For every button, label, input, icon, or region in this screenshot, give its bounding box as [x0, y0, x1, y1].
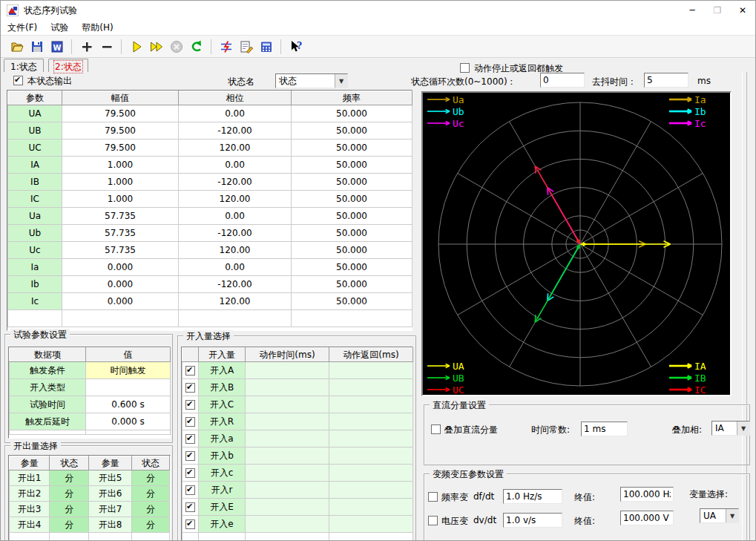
test-param-value-cell[interactable]: 0.000 s: [86, 413, 171, 430]
open-button[interactable]: [7, 37, 26, 56]
save-button[interactable]: [27, 37, 46, 56]
right-splitter[interactable]: [742, 72, 747, 541]
param-value-cell[interactable]: 0.00: [179, 157, 292, 174]
output-state-cell[interactable]: 分: [50, 517, 89, 533]
close-button[interactable]: ✕: [730, 1, 755, 20]
output-state-cell[interactable]: 分: [50, 502, 89, 517]
param-value-cell[interactable]: 0.00: [179, 259, 292, 276]
param-value-cell[interactable]: 50.000: [292, 259, 412, 276]
output-state-cell[interactable]: 分: [131, 470, 169, 486]
context-help-button[interactable]: ?: [286, 37, 305, 56]
param-value-cell[interactable]: 50.000: [292, 140, 412, 157]
dfdt-input[interactable]: [503, 489, 562, 504]
input-enable-checkbox[interactable]: [185, 485, 195, 495]
param-value-cell[interactable]: -120.00: [179, 174, 292, 191]
output-state-cell[interactable]: 分: [131, 502, 169, 517]
chevron-down-icon[interactable]: ▼: [737, 422, 749, 435]
output-state-cell[interactable]: 分: [131, 517, 169, 533]
tab-state-1[interactable]: 1:状态: [4, 59, 44, 72]
state-name-combo[interactable]: 状态 ▼: [275, 73, 348, 88]
input-enable-checkbox[interactable]: [185, 502, 195, 512]
param-value-cell[interactable]: 57.735: [62, 208, 179, 225]
dc-superimpose-checkbox[interactable]: [431, 424, 441, 434]
param-value-cell[interactable]: 0.000: [62, 293, 179, 310]
add-state-button[interactable]: [77, 37, 96, 56]
remove-state-button[interactable]: [97, 37, 116, 56]
tab-state-2[interactable]: 2:状态: [48, 59, 88, 72]
param-value-cell[interactable]: 120.00: [179, 140, 292, 157]
phasor-chart: UaUbUcIaIbIcUAUBUCIAIBIC: [421, 91, 732, 396]
trigger-on-stop-checkbox[interactable]: [460, 63, 470, 73]
param-value-cell[interactable]: 0.000: [62, 276, 179, 293]
param-value-cell[interactable]: 79.500: [62, 105, 179, 122]
param-value-cell[interactable]: 79.500: [62, 122, 179, 140]
input-enable-checkbox[interactable]: [185, 451, 195, 461]
param-value-cell[interactable]: 1.000: [62, 157, 179, 174]
param-value-cell[interactable]: 50.000: [292, 293, 412, 310]
waveform-button[interactable]: [217, 37, 235, 56]
input-enable-checkbox[interactable]: [185, 519, 195, 529]
output-state-cell[interactable]: 分: [50, 470, 89, 486]
test-param-value-cell[interactable]: 时间触发: [86, 362, 171, 379]
param-value-cell[interactable]: 50.000: [292, 157, 412, 174]
param-value-cell[interactable]: 0.00: [179, 208, 292, 225]
input-enable-checkbox[interactable]: [185, 468, 195, 478]
stop-button[interactable]: [167, 37, 185, 56]
output-state-cell[interactable]: 分: [50, 486, 89, 502]
freq-end-input[interactable]: [620, 487, 674, 502]
param-value-cell[interactable]: 50.000: [292, 225, 412, 242]
state-output-checkbox[interactable]: [13, 76, 23, 85]
param-value-cell[interactable]: 120.00: [179, 293, 292, 310]
chevron-down-icon[interactable]: ▼: [335, 74, 347, 88]
param-value-cell[interactable]: 1.000: [62, 191, 179, 208]
input-enable-checkbox[interactable]: [185, 417, 195, 427]
input-enable-checkbox[interactable]: [185, 383, 195, 393]
volt-change-checkbox[interactable]: [428, 516, 438, 525]
dc-time-const-input[interactable]: [581, 422, 628, 436]
export-word-button[interactable]: W: [47, 37, 66, 56]
chevron-down-icon[interactable]: ▼: [726, 509, 738, 522]
param-value-cell[interactable]: 50.000: [292, 174, 412, 191]
param-value-cell[interactable]: 50.000: [292, 122, 412, 140]
report-button[interactable]: [237, 37, 255, 56]
input-enable-checkbox[interactable]: [185, 400, 195, 410]
freq-change-checkbox[interactable]: [428, 492, 438, 502]
test-param-value-cell[interactable]: [86, 379, 171, 396]
param-value-cell[interactable]: 50.000: [292, 242, 412, 259]
svg-text:Ua: Ua: [453, 94, 464, 105]
param-value-cell[interactable]: 120.00: [179, 242, 292, 259]
input-enable-checkbox[interactable]: [185, 434, 195, 444]
run-continuous-button[interactable]: [147, 37, 165, 56]
menu-test[interactable]: 试验: [44, 20, 75, 35]
var-select-combo[interactable]: UA ▼: [700, 508, 739, 523]
undo-button[interactable]: [187, 37, 206, 56]
param-value-cell[interactable]: 57.735: [62, 242, 179, 259]
menu-file[interactable]: 文件(F): [1, 20, 44, 35]
param-value-cell[interactable]: 79.500: [62, 140, 179, 157]
calculator-button[interactable]: [257, 37, 275, 56]
test-param-value-cell[interactable]: 0.600 s: [86, 396, 171, 413]
param-value-cell[interactable]: 50.000: [292, 208, 412, 225]
param-value-cell[interactable]: 120.00: [179, 191, 292, 208]
output-state-cell[interactable]: 分: [131, 486, 169, 502]
param-value-cell[interactable]: -120.00: [179, 276, 292, 293]
param-value-cell[interactable]: -120.00: [179, 225, 292, 242]
dvdt-input[interactable]: [503, 513, 562, 528]
param-value-cell[interactable]: 57.735: [62, 225, 179, 242]
run-button[interactable]: [127, 37, 145, 56]
menu-help[interactable]: 帮助(H): [75, 20, 119, 35]
param-value-cell[interactable]: 50.000: [292, 105, 412, 122]
debounce-input[interactable]: [644, 73, 688, 88]
param-value-cell[interactable]: 50.000: [292, 276, 412, 293]
param-value-cell[interactable]: 0.000: [62, 259, 179, 276]
param-value-cell[interactable]: 50.000: [292, 191, 412, 208]
param-value-cell[interactable]: 1.000: [62, 174, 179, 191]
volt-end-input[interactable]: [620, 511, 674, 525]
param-value-cell[interactable]: 0.00: [179, 105, 292, 122]
minimize-button[interactable]: ─: [680, 1, 705, 20]
input-enable-checkbox[interactable]: [185, 366, 195, 376]
loop-count-input[interactable]: [540, 73, 585, 88]
maximize-button[interactable]: ❐: [705, 1, 730, 20]
param-value-cell[interactable]: -120.00: [179, 122, 292, 140]
dc-phase-combo[interactable]: IA ▼: [711, 421, 750, 436]
